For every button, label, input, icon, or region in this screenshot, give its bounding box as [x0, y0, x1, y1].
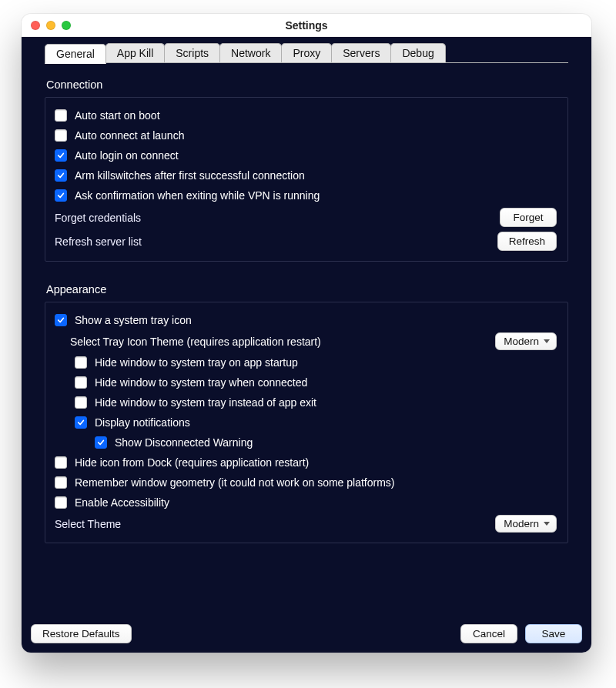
row-remember-geometry: Remember window geometry (it could not w… — [50, 473, 557, 493]
tab-network[interactable]: Network — [219, 43, 282, 62]
checkbox-hide-dock[interactable] — [55, 456, 67, 469]
checkbox-auto-login[interactable] — [55, 149, 67, 162]
checkbox-hide-on-exit[interactable] — [75, 396, 87, 409]
chevron-down-icon — [544, 522, 550, 526]
checkbox-notifications[interactable] — [75, 416, 87, 429]
refresh-button[interactable]: Refresh — [497, 232, 557, 251]
label-auto-login: Auto login on connect — [75, 149, 557, 162]
label-auto-connect: Auto connect at launch — [75, 129, 557, 142]
minimize-icon[interactable] — [46, 21, 55, 30]
label-accessibility: Enable Accessibility — [75, 496, 557, 509]
group-appearance-box: Show a system tray icon Select Tray Icon… — [45, 302, 568, 543]
row-hide-on-exit: Hide window to system tray instead of ap… — [50, 392, 557, 412]
checkbox-hide-on-startup[interactable] — [75, 356, 87, 369]
checkbox-arm-killswitches[interactable] — [55, 169, 67, 182]
row-disc-warning: Show Disconnected Warning — [50, 433, 557, 453]
label-ask-confirm-exit: Ask confirmation when exiting while VPN … — [75, 189, 557, 202]
tab-app-kill[interactable]: App Kill — [105, 43, 165, 62]
label-forget-credentials: Forget credentials — [55, 212, 500, 224]
select-tray-theme-value: Modern — [504, 336, 539, 347]
checkbox-ask-confirm-exit[interactable] — [55, 189, 67, 202]
group-appearance-title: Appearance — [46, 283, 568, 296]
tab-general[interactable]: General — [45, 44, 106, 64]
row-select-theme: Select Theme Modern — [50, 513, 557, 535]
window-controls — [31, 21, 71, 30]
tab-proxy[interactable]: Proxy — [281, 43, 332, 62]
label-auto-start: Auto start on boot — [75, 109, 557, 122]
row-auto-login: Auto login on connect — [50, 145, 557, 165]
checkbox-hide-on-connect[interactable] — [75, 376, 87, 389]
label-hide-on-exit: Hide window to system tray instead of ap… — [95, 396, 557, 409]
row-notifications: Display notifications — [50, 412, 557, 433]
row-tray-theme: Select Tray Icon Theme (requires applica… — [50, 330, 557, 352]
row-hide-on-startup: Hide window to system tray on app startu… — [50, 352, 557, 372]
row-refresh-servers: Refresh server list Refresh — [50, 229, 557, 253]
close-icon[interactable] — [31, 21, 40, 30]
checkbox-auto-connect[interactable] — [55, 129, 67, 142]
check-icon — [57, 316, 65, 324]
label-disc-warning: Show Disconnected Warning — [115, 436, 557, 449]
label-hide-dock: Hide icon from Dock (requires applicatio… — [75, 456, 557, 469]
save-button[interactable]: Save — [525, 624, 582, 643]
check-icon — [97, 439, 105, 446]
restore-defaults-button[interactable]: Restore Defaults — [31, 624, 132, 643]
label-notifications: Display notifications — [95, 416, 557, 429]
tab-scripts[interactable]: Scripts — [164, 43, 220, 62]
window-title: Settings — [22, 19, 591, 32]
label-hide-on-connect: Hide window to system tray when connecte… — [95, 376, 557, 389]
label-tray-theme: Select Tray Icon Theme (requires applica… — [70, 336, 495, 348]
tab-servers[interactable]: Servers — [331, 43, 391, 62]
row-auto-start: Auto start on boot — [50, 105, 557, 125]
tabs-container: General App Kill Scripts Network Proxy S… — [22, 37, 591, 63]
group-connection-title: Connection — [46, 78, 568, 91]
row-hide-dock: Hide icon from Dock (requires applicatio… — [50, 453, 557, 473]
check-icon — [57, 172, 65, 179]
group-appearance: Appearance Show a system tray icon Selec… — [45, 276, 568, 543]
select-theme[interactable]: Modern — [495, 515, 557, 533]
label-hide-on-startup: Hide window to system tray on app startu… — [95, 356, 557, 369]
check-icon — [57, 192, 65, 199]
checkbox-disc-warning[interactable] — [95, 436, 107, 449]
label-arm-killswitches: Arm killswitches after first successful … — [75, 169, 557, 182]
check-icon — [57, 152, 65, 159]
row-arm-killswitches: Arm killswitches after first successful … — [50, 165, 557, 185]
label-select-theme: Select Theme — [55, 518, 495, 530]
check-icon — [77, 419, 85, 426]
tabs: General App Kill Scripts Network Proxy S… — [45, 43, 568, 63]
label-tray-icon: Show a system tray icon — [75, 314, 557, 326]
chevron-down-icon — [544, 339, 550, 343]
label-refresh-servers: Refresh server list — [55, 235, 497, 248]
checkbox-accessibility[interactable] — [55, 496, 67, 509]
row-hide-on-connect: Hide window to system tray when connecte… — [50, 372, 557, 392]
group-connection: Connection Auto start on boot Auto conne… — [45, 71, 568, 262]
footer: Restore Defaults Cancel Save — [31, 616, 582, 643]
select-theme-value: Modern — [504, 518, 539, 529]
zoom-icon[interactable] — [62, 21, 71, 30]
settings-window: Settings General App Kill Scripts Networ… — [22, 14, 591, 653]
cancel-button[interactable]: Cancel — [460, 624, 517, 643]
titlebar: Settings — [22, 14, 591, 37]
checkbox-auto-start[interactable] — [55, 109, 67, 122]
checkbox-tray-icon[interactable] — [55, 314, 67, 326]
row-accessibility: Enable Accessibility — [50, 493, 557, 513]
tab-debug[interactable]: Debug — [390, 43, 445, 62]
row-auto-connect: Auto connect at launch — [50, 125, 557, 145]
settings-body: General App Kill Scripts Network Proxy S… — [22, 37, 591, 653]
row-forget-credentials: Forget credentials Forget — [50, 205, 557, 229]
row-ask-confirm-exit: Ask confirmation when exiting while VPN … — [50, 185, 557, 205]
forget-button[interactable]: Forget — [500, 208, 557, 227]
checkbox-remember-geometry[interactable] — [55, 476, 67, 489]
row-tray-icon: Show a system tray icon — [50, 310, 557, 330]
group-connection-box: Auto start on boot Auto connect at launc… — [45, 97, 568, 262]
label-remember-geometry: Remember window geometry (it could not w… — [75, 476, 557, 489]
select-tray-theme[interactable]: Modern — [495, 332, 557, 350]
